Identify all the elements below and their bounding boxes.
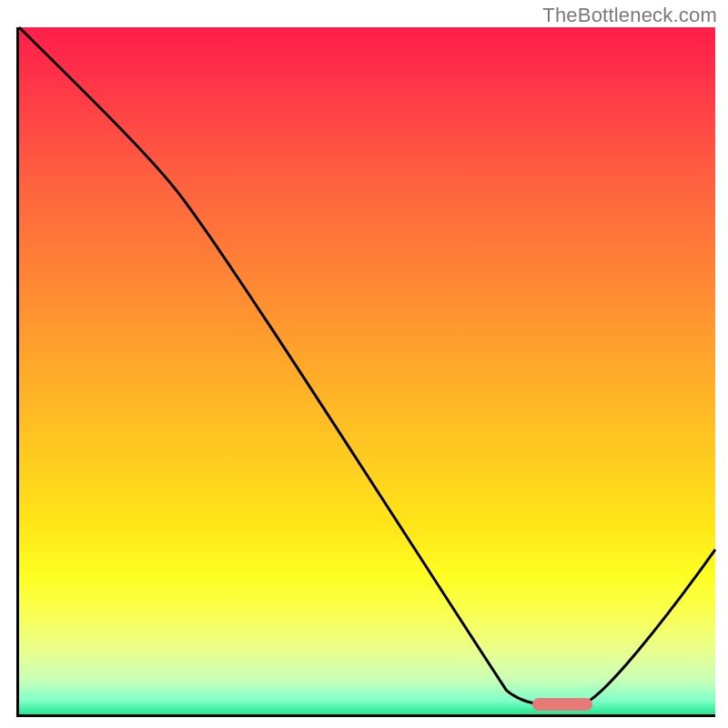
optimal-range-marker	[532, 698, 592, 711]
watermark-text: TheBottleneck.com	[542, 4, 717, 27]
plot-area	[16, 27, 715, 717]
bottleneck-curve-path	[19, 27, 715, 704]
chart-svg	[19, 27, 715, 714]
